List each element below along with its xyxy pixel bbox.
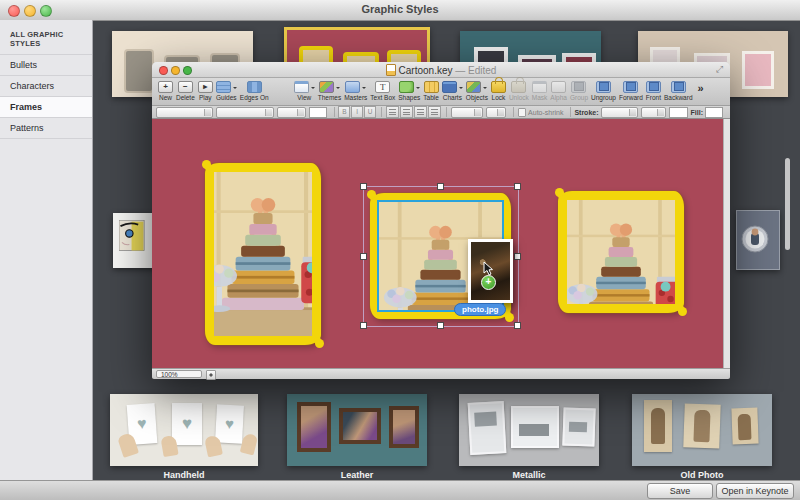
align-center-button[interactable] bbox=[400, 106, 413, 118]
table-button[interactable]: Table bbox=[423, 80, 439, 101]
font-family-select[interactable] bbox=[156, 107, 213, 118]
typeface-select[interactable] bbox=[216, 107, 273, 118]
cartoon-frame-right[interactable] bbox=[558, 191, 684, 313]
sidebar-header: ALL GRAPHIC STYLES bbox=[0, 20, 92, 55]
edges-on-button[interactable]: Edges On bbox=[240, 80, 269, 101]
interior-photo bbox=[569, 422, 587, 433]
align-left-icon bbox=[389, 109, 396, 115]
style-thumb-handheld[interactable]: ♥ ♥ ♥ bbox=[110, 394, 258, 466]
graphic-styles-window: Graphic Styles ALL GRAPHIC STYLES Bullet… bbox=[0, 0, 800, 500]
align-justify-button[interactable] bbox=[428, 106, 441, 118]
objects-button[interactable]: Objects bbox=[466, 80, 488, 101]
stepper-icon bbox=[497, 109, 504, 116]
interior-photo bbox=[519, 424, 549, 436]
edges-icon bbox=[247, 81, 262, 93]
selection-handle[interactable] bbox=[360, 322, 367, 329]
text-color-well[interactable] bbox=[309, 107, 327, 118]
backward-button[interactable]: Backward bbox=[664, 80, 693, 101]
themes-icon bbox=[319, 81, 334, 93]
delete-slide-button[interactable]: −Delete bbox=[176, 80, 195, 101]
bold-button[interactable]: B bbox=[338, 106, 350, 118]
text-icon: T bbox=[375, 81, 390, 93]
slide-canvas[interactable]: + photo.jpg bbox=[152, 119, 730, 368]
sidebar-item-bullets[interactable]: Bullets bbox=[0, 55, 92, 76]
masters-button[interactable]: Masters bbox=[344, 80, 367, 101]
zoom-stepper[interactable] bbox=[206, 370, 216, 380]
canvas-scrollbar[interactable] bbox=[723, 119, 730, 368]
style-thumb-metallic[interactable] bbox=[459, 394, 599, 466]
list-style-combo[interactable] bbox=[486, 107, 506, 118]
sidebar-item-characters[interactable]: Characters bbox=[0, 76, 92, 97]
guides-button[interactable]: Guides bbox=[216, 80, 237, 101]
stroke-width-combo[interactable] bbox=[641, 107, 666, 118]
drag-filename-label: photo.jpg bbox=[454, 303, 506, 316]
hand-shape bbox=[240, 433, 258, 456]
leather-frame bbox=[339, 408, 381, 444]
ungroup-button[interactable]: Ungroup bbox=[591, 80, 616, 101]
view-button[interactable]: View bbox=[294, 80, 315, 101]
style-thumb-oldphoto[interactable] bbox=[632, 394, 772, 466]
sidebar: ALL GRAPHIC STYLES Bullets Characters Fr… bbox=[0, 20, 93, 481]
lock-button[interactable]: Lock bbox=[491, 80, 506, 101]
font-size-combo[interactable] bbox=[277, 107, 306, 118]
style-thumb-leather[interactable] bbox=[287, 394, 427, 466]
text-box-button[interactable]: TText Box bbox=[370, 80, 395, 101]
window-title: Graphic Styles bbox=[0, 3, 800, 15]
stepper-icon bbox=[629, 109, 636, 116]
style-label-handheld: Handheld bbox=[110, 470, 258, 480]
charts-icon bbox=[442, 81, 457, 93]
line-spacing-select[interactable] bbox=[451, 107, 483, 118]
fill-color-well[interactable] bbox=[705, 107, 723, 118]
selection-handle[interactable] bbox=[360, 253, 367, 260]
front-button[interactable]: Front bbox=[646, 80, 661, 101]
cartoon-frame-left[interactable] bbox=[205, 163, 321, 345]
ungroup-icon bbox=[596, 81, 611, 93]
stroke-color-well[interactable] bbox=[669, 107, 687, 118]
selection-handle[interactable] bbox=[514, 253, 521, 260]
divider bbox=[513, 107, 514, 117]
guides-icon bbox=[216, 81, 231, 93]
toolbar-overflow-button[interactable]: » bbox=[698, 82, 704, 94]
scrollbar-thumb[interactable] bbox=[785, 158, 790, 250]
align-right-button[interactable] bbox=[414, 106, 427, 118]
zoom-level-select[interactable]: 100% bbox=[156, 370, 202, 378]
sepia-photo bbox=[683, 403, 721, 448]
selection-handle[interactable] bbox=[514, 183, 521, 190]
auto-shrink-checkbox[interactable] bbox=[518, 108, 526, 117]
italic-button[interactable]: I bbox=[351, 106, 363, 118]
minus-icon: − bbox=[178, 81, 193, 93]
main-titlebar: Graphic Styles bbox=[0, 0, 800, 21]
shapes-icon bbox=[399, 81, 414, 93]
style-thumb-oval-partial[interactable] bbox=[736, 210, 780, 270]
fullscreen-icon[interactable]: ⤢ bbox=[716, 65, 725, 74]
shapes-button[interactable]: Shapes bbox=[398, 80, 420, 101]
selection-handle[interactable] bbox=[514, 322, 521, 329]
group-button: Group bbox=[570, 80, 588, 101]
stroke-style-select[interactable] bbox=[601, 107, 639, 118]
sidebar-item-patterns[interactable]: Patterns bbox=[0, 118, 92, 139]
document-titlebar[interactable]: Cartoon.key — Edited ⤢ bbox=[152, 62, 730, 78]
open-in-keynote-button[interactable]: Open in Keynote bbox=[716, 483, 794, 499]
charts-button[interactable]: Charts bbox=[442, 80, 463, 101]
chevron-down-icon bbox=[362, 87, 366, 91]
forward-button[interactable]: Forward bbox=[619, 80, 643, 101]
group-icon bbox=[571, 81, 586, 93]
play-button[interactable]: ▸Play bbox=[198, 80, 213, 101]
align-left-button[interactable] bbox=[386, 106, 399, 118]
new-slide-button[interactable]: +New bbox=[158, 80, 173, 101]
themes-button[interactable]: Themes bbox=[318, 80, 341, 101]
selection-handle[interactable] bbox=[437, 183, 444, 190]
save-button[interactable]: Save bbox=[647, 483, 713, 499]
format-bar: B I U Auto-shrink Stroke: Fill: bbox=[152, 106, 730, 119]
align-justify-icon bbox=[431, 109, 438, 115]
unlock-button: Unlock bbox=[509, 80, 529, 101]
front-icon bbox=[646, 81, 661, 93]
underline-button[interactable]: U bbox=[364, 106, 376, 118]
divider bbox=[381, 107, 382, 117]
selection-handle[interactable] bbox=[360, 183, 367, 190]
masters-icon bbox=[345, 81, 360, 93]
document-title: Cartoon.key — Edited bbox=[152, 64, 730, 76]
selection-handle[interactable] bbox=[437, 322, 444, 329]
metal-frame bbox=[562, 407, 595, 446]
sidebar-item-frames[interactable]: Frames bbox=[0, 97, 92, 118]
